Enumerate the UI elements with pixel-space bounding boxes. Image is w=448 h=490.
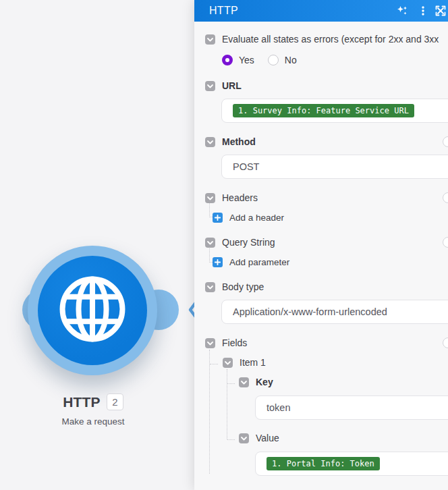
http-module-node[interactable] bbox=[28, 246, 157, 375]
field-row-item-1: Item 1 bbox=[194, 357, 448, 368]
radio-yes-label[interactable]: Yes bbox=[239, 55, 254, 65]
url-input[interactable]: 1. Survey Info: Feature Service URL bbox=[221, 99, 448, 123]
field-row-fields: Fields bbox=[194, 337, 448, 348]
key-value: token bbox=[267, 402, 290, 413]
sparkles-icon[interactable] bbox=[397, 5, 408, 16]
field-row-key: Key bbox=[194, 377, 448, 387]
evaluate-radio-group: Yes No bbox=[194, 54, 448, 66]
radio-yes[interactable] bbox=[222, 55, 233, 65]
http-module-circle[interactable] bbox=[38, 256, 147, 365]
field-row-query-string: Query String bbox=[194, 237, 448, 248]
fields-label: Fields bbox=[222, 337, 247, 348]
value-mapped-tag[interactable]: 1. Portal Info: Token bbox=[267, 457, 380, 470]
map-toggle[interactable] bbox=[443, 337, 448, 348]
radio-no-label[interactable]: No bbox=[285, 55, 297, 65]
chevron-down-icon[interactable] bbox=[205, 338, 215, 348]
body-type-select[interactable]: Application/x-www-form-urlencoded bbox=[221, 300, 448, 324]
field-row-evaluate: Evaluate all states as errors (except fo… bbox=[194, 34, 448, 45]
field-row-body-type: Body type bbox=[194, 281, 448, 292]
kebab-menu-icon[interactable] bbox=[418, 5, 428, 16]
tree-connector bbox=[227, 369, 227, 439]
method-label: Method bbox=[222, 136, 256, 147]
module-subtitle: Make a request bbox=[0, 416, 186, 427]
chevron-down-icon[interactable] bbox=[205, 81, 215, 91]
field-row-value: Value bbox=[194, 433, 448, 443]
headers-label: Headers bbox=[222, 192, 258, 203]
radio-no[interactable] bbox=[268, 55, 279, 65]
chevron-down-icon[interactable] bbox=[205, 282, 215, 292]
value-label: Value bbox=[256, 433, 279, 443]
tree-connector bbox=[209, 248, 213, 263]
field-row-headers: Headers bbox=[194, 192, 448, 203]
map-toggle[interactable] bbox=[443, 192, 448, 203]
tree-connector bbox=[227, 383, 235, 384]
plus-icon[interactable] bbox=[213, 257, 223, 267]
tree-connector bbox=[209, 350, 210, 474]
method-select[interactable]: POST bbox=[221, 155, 448, 179]
key-label: Key bbox=[256, 377, 273, 387]
field-row-url: URL bbox=[194, 80, 448, 91]
expand-icon[interactable] bbox=[435, 5, 446, 16]
module-order-badge: 2 bbox=[107, 393, 123, 410]
item-1-label: Item 1 bbox=[240, 357, 266, 368]
key-input[interactable]: token bbox=[255, 396, 448, 420]
query-string-label: Query String bbox=[222, 237, 275, 248]
url-label: URL bbox=[222, 80, 242, 91]
url-mapped-tag[interactable]: 1. Survey Info: Feature Service URL bbox=[233, 104, 414, 117]
body-type-label: Body type bbox=[222, 281, 264, 292]
plus-icon[interactable] bbox=[213, 213, 223, 223]
value-input[interactable]: 1. Portal Info: Token bbox=[255, 452, 448, 476]
chevron-down-icon[interactable] bbox=[205, 137, 215, 147]
chevron-down-icon[interactable] bbox=[205, 238, 215, 248]
add-header-label[interactable]: Add a header bbox=[229, 213, 284, 223]
panel-header: HTTP bbox=[194, 0, 448, 22]
module-settings-panel: HTTP bbox=[194, 0, 448, 490]
field-row-method: Method bbox=[194, 136, 448, 147]
chevron-down-icon[interactable] bbox=[223, 358, 233, 368]
map-toggle[interactable] bbox=[443, 237, 448, 248]
chevron-down-icon[interactable] bbox=[205, 193, 215, 203]
chevron-down-icon[interactable] bbox=[239, 377, 249, 387]
tree-connector bbox=[210, 364, 218, 364]
panel-title: HTTP bbox=[209, 5, 238, 17]
tree-connector bbox=[227, 439, 235, 440]
scenario-canvas[interactable]: HTTP 2 Make a request bbox=[0, 0, 194, 490]
add-parameter-row: Add parameter bbox=[194, 257, 448, 267]
module-title: HTTP bbox=[63, 394, 101, 410]
add-parameter-label[interactable]: Add parameter bbox=[229, 257, 289, 267]
method-value: POST bbox=[233, 161, 259, 172]
chevron-down-icon[interactable] bbox=[239, 433, 249, 443]
globe-icon bbox=[54, 271, 131, 350]
body-type-value: Application/x-www-form-urlencoded bbox=[233, 306, 387, 317]
map-toggle[interactable] bbox=[443, 136, 448, 147]
evaluate-label: Evaluate all states as errors (except fo… bbox=[222, 34, 439, 45]
tree-connector bbox=[209, 203, 213, 217]
add-header-row: Add a header bbox=[194, 213, 448, 223]
chevron-down-icon[interactable] bbox=[205, 34, 215, 45]
